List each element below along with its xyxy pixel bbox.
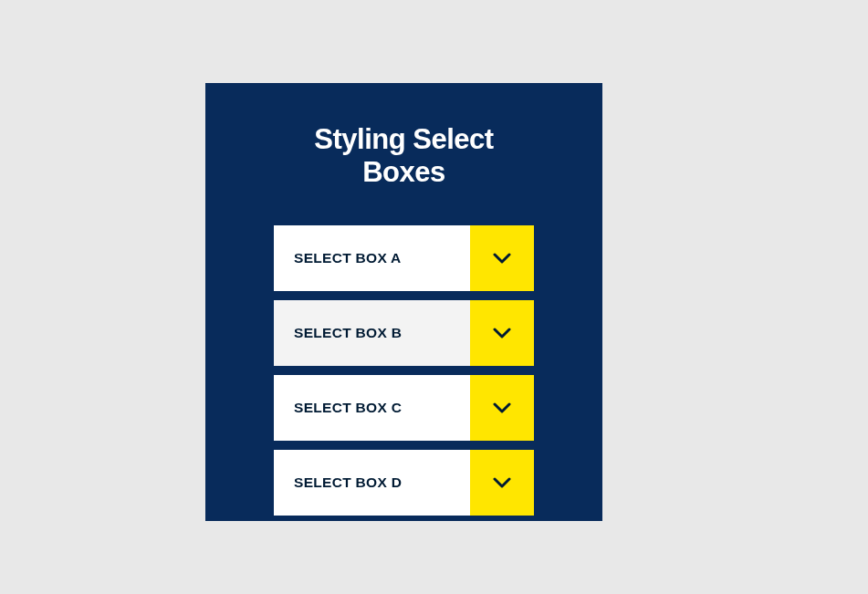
select-box-c[interactable]: SELECT BOX C [274, 375, 534, 441]
select-boxes-panel: Styling Select Boxes SELECT BOX A SELECT… [205, 83, 602, 521]
chevron-down-icon [493, 477, 511, 488]
select-box-toggle[interactable] [470, 225, 534, 291]
select-box-toggle[interactable] [470, 450, 534, 516]
select-box-toggle[interactable] [470, 375, 534, 441]
select-box-label: SELECT BOX B [274, 300, 470, 366]
chevron-down-icon [493, 402, 511, 413]
select-box-b[interactable]: SELECT BOX B [274, 300, 534, 366]
select-box-toggle[interactable] [470, 300, 534, 366]
select-box-label: SELECT BOX A [274, 225, 470, 291]
select-box-a[interactable]: SELECT BOX A [274, 225, 534, 291]
panel-title: Styling Select Boxes [274, 123, 534, 189]
chevron-down-icon [493, 328, 511, 339]
select-box-label: SELECT BOX C [274, 375, 470, 441]
chevron-down-icon [493, 253, 511, 264]
select-box-d[interactable]: SELECT BOX D [274, 450, 534, 516]
select-box-label: SELECT BOX D [274, 450, 470, 516]
